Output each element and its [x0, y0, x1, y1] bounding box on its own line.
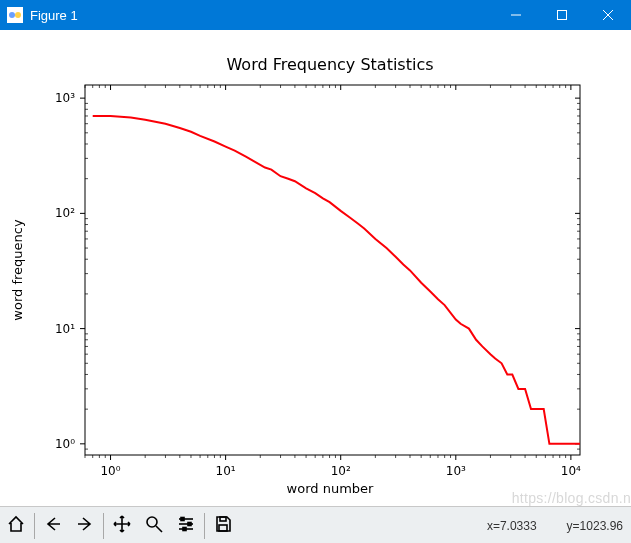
y-axis-ticks: 10⁰10¹10²10³ [55, 91, 580, 451]
chart-svg: Word Frequency Statistics 10⁰10¹10²10³10… [0, 30, 631, 506]
svg-text:10¹: 10¹ [55, 322, 75, 336]
app-icon [7, 7, 23, 23]
configure-button[interactable] [171, 511, 201, 541]
save-button[interactable] [208, 511, 238, 541]
move-icon [112, 514, 132, 537]
navigation-toolbar: x= 7.0333 y= 1023.96 [0, 506, 631, 543]
back-icon [43, 514, 63, 537]
coord-x-value: 7.0333 [500, 519, 537, 533]
pan-button[interactable] [107, 511, 137, 541]
svg-rect-164 [219, 525, 227, 531]
svg-text:10³: 10³ [446, 464, 466, 478]
save-icon [213, 514, 233, 537]
svg-rect-163 [220, 517, 226, 521]
svg-point-0 [9, 12, 15, 18]
svg-text:10³: 10³ [55, 91, 75, 105]
y-axis-label: word frequency [10, 219, 25, 321]
svg-text:10²: 10² [331, 464, 351, 478]
svg-text:10²: 10² [55, 206, 75, 220]
svg-rect-161 [188, 523, 191, 526]
svg-rect-162 [183, 528, 186, 531]
x-axis-minor [85, 85, 566, 458]
svg-line-156 [156, 526, 162, 532]
back-button[interactable] [38, 511, 68, 541]
svg-point-1 [15, 12, 21, 18]
svg-rect-160 [181, 518, 184, 521]
close-button[interactable] [585, 0, 631, 30]
chart-title: Word Frequency Statistics [226, 55, 433, 74]
svg-text:10⁴: 10⁴ [561, 464, 581, 478]
coord-y-label: y= [567, 519, 580, 533]
svg-text:10¹: 10¹ [216, 464, 236, 478]
svg-text:10⁰: 10⁰ [100, 464, 120, 478]
coord-x-label: x= [487, 519, 500, 533]
plot-frame [85, 85, 580, 455]
home-icon [6, 514, 26, 537]
forward-icon [75, 514, 95, 537]
zoom-button[interactable] [139, 511, 169, 541]
svg-point-155 [147, 517, 157, 527]
x-axis-label: word number [287, 481, 374, 496]
home-button[interactable] [1, 511, 31, 541]
coord-y-value: 1023.96 [580, 519, 623, 533]
minimize-button[interactable] [493, 0, 539, 30]
figure-canvas[interactable]: Word Frequency Statistics 10⁰10¹10²10³10… [0, 30, 631, 506]
svg-rect-3 [558, 11, 567, 20]
y-axis-minor [85, 103, 580, 449]
forward-button[interactable] [70, 511, 100, 541]
maximize-button[interactable] [539, 0, 585, 30]
zoom-icon [144, 514, 164, 537]
window-title: Figure 1 [30, 8, 493, 23]
x-axis-ticks: 10⁰10¹10²10³10⁴ [100, 85, 581, 478]
config-icon [176, 514, 196, 537]
window-titlebar: Figure 1 [0, 0, 631, 30]
chart-series-line [93, 116, 580, 444]
svg-text:10⁰: 10⁰ [55, 437, 75, 451]
